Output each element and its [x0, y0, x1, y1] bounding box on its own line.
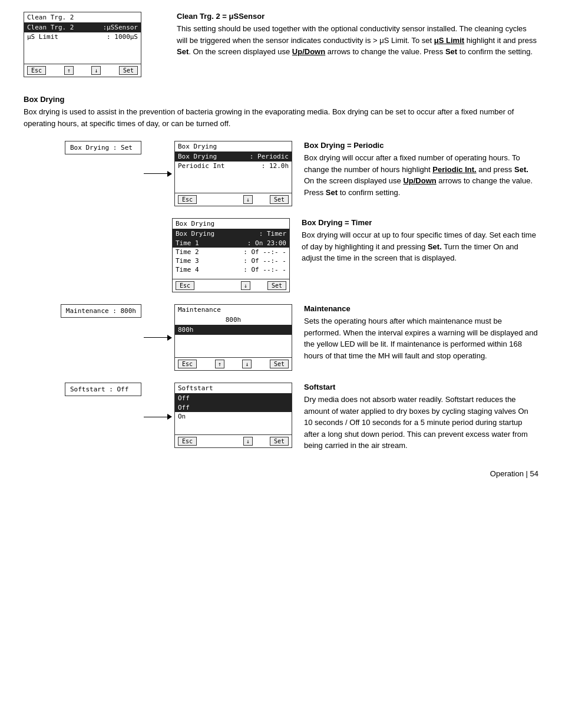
clean-trg2-header-label: Clean Trg. 2: [27, 24, 74, 31]
periodic-header-label: Box Drying: [178, 153, 217, 160]
maintenance-blank: [175, 335, 292, 353]
maintenance-arrow-line: [144, 337, 167, 338]
softstart-row2-label: On: [178, 413, 186, 420]
arrow-line: [144, 173, 167, 174]
timer-set-btn[interactable]: Set: [267, 281, 286, 290]
softstart-arrow-line: [144, 417, 167, 417]
maintenance-up-btn[interactable]: ↑: [215, 360, 224, 368]
timer-footer: Esc ↓ Set: [173, 279, 289, 292]
timer-header-label: Box Drying: [176, 230, 214, 238]
softstart-label: Softstart : Off: [65, 383, 141, 396]
timer-diagram-row: Box Drying Box Drying : Timer Time 1 : O…: [24, 218, 538, 292]
periodic-description: Box Drying = Periodic Box drying will oc…: [304, 141, 538, 198]
softstart-footer: Esc ↓ Set: [175, 434, 292, 447]
softstart-diagram-row: Softstart : Off Softstart Off Off On: [24, 383, 538, 452]
maintenance-heading: Maintenance: [304, 304, 538, 313]
periodic-left: Box Drying : Set: [24, 141, 141, 154]
softstart-row1: Off: [175, 403, 292, 412]
clean-trg2-row1-value: : 1000μS: [107, 33, 138, 41]
maintenance-set-btn[interactable]: Set: [270, 360, 289, 368]
maintenance-description: Maintenance Sets the operating hours aft…: [304, 304, 538, 361]
periodic-diagram-row: Box Drying : Set Box Drying Box Drying :…: [24, 141, 538, 206]
clean-trg2-row1: μS Limit : 1000μS: [24, 32, 141, 41]
arrow-head: [167, 171, 172, 177]
periodic-screen-title: Box Drying: [175, 141, 292, 151]
clean-trg2-heading: Clean Trg. 2 = μSSensor: [177, 12, 538, 21]
timer-row3: Time 3 : Of --:- -: [173, 256, 289, 265]
softstart-description: Softstart Dry media does not absorb wate…: [304, 383, 538, 452]
maintenance-left: Maintenance : 800h: [24, 304, 141, 318]
box-drying-intro-heading: Box Drying: [24, 95, 538, 104]
periodic-down-btn[interactable]: ↓: [243, 195, 253, 204]
softstart-arrow-head: [167, 414, 172, 420]
clean-trg2-text: This setting should be used together wit…: [177, 23, 538, 58]
periodic-screen: Box Drying Box Drying : Periodic Periodi…: [174, 141, 292, 206]
clean-trg2-row1-label: μS Limit: [27, 33, 58, 41]
softstart-value-header: Off: [178, 394, 190, 402]
clean-trg2-header-value: :μSSensor: [103, 24, 138, 31]
periodic-esc-btn[interactable]: Esc: [178, 195, 197, 204]
maintenance-screen-title: Maintenance: [175, 305, 292, 315]
periodic-text: Box drying will occur after a fixed numb…: [304, 152, 538, 198]
periodic-header-value: : Periodic: [250, 153, 289, 160]
clean-trg2-blank: [24, 41, 141, 59]
timer-row3-value: : Of --:- -: [243, 257, 286, 265]
softstart-set-btn[interactable]: Set: [270, 437, 289, 446]
clean-trg2-up-btn[interactable]: ↑: [64, 66, 74, 75]
clean-trg2-section: Clean Trg. 2 Clean Trg. 2 :μSSensor μS L…: [24, 12, 538, 77]
maintenance-screen: Maintenance 800h 800h Esc ↑ ↓ Set: [174, 304, 292, 371]
page-number: Operation | 54: [490, 469, 538, 478]
softstart-left: Softstart : Off: [24, 383, 141, 396]
page-footer: Operation | 54: [24, 469, 538, 478]
periodic-arrow: [144, 171, 172, 177]
clean-trg2-esc-btn[interactable]: Esc: [27, 66, 46, 75]
clean-trg2-footer: Esc ↑ ↓ Set: [24, 64, 141, 77]
periodic-screen-container: Box Drying Box Drying : Periodic Periodi…: [174, 141, 292, 206]
periodic-set-btn[interactable]: Set: [270, 195, 289, 204]
timer-text: Box drying will occur at up to four spec…: [302, 229, 538, 264]
timer-screen: Box Drying Box Drying : Timer Time 1 : O…: [172, 218, 290, 292]
periodic-row1-label: Periodic Int: [178, 162, 224, 170]
softstart-row2: On: [175, 412, 292, 421]
softstart-blank: [175, 421, 292, 430]
timer-down-btn[interactable]: ↓: [241, 281, 250, 290]
maintenance-label: Maintenance : 800h: [61, 304, 141, 318]
maintenance-screen-container: Maintenance 800h 800h Esc ↑ ↓ Set: [174, 304, 292, 371]
timer-esc-btn[interactable]: Esc: [176, 281, 194, 290]
softstart-heading: Softstart: [304, 383, 538, 391]
softstart-screen-title: Softstart: [175, 383, 292, 393]
timer-spacer: [211, 281, 223, 290]
box-drying-intro: Box Drying Box drying is used to assist …: [24, 95, 538, 129]
softstart-screen-container: Softstart Off Off On Esc ↓ Set: [174, 383, 292, 448]
maintenance-esc-btn[interactable]: Esc: [178, 360, 197, 368]
clean-trg2-screen: Clean Trg. 2 Clean Trg. 2 :μSSensor μS L…: [24, 12, 141, 77]
periodic-row1: Periodic Int : 12.0h: [175, 162, 292, 170]
timer-row1-label: Time 1: [176, 239, 199, 247]
maintenance-down-btn[interactable]: ↓: [242, 360, 252, 368]
softstart-arrow: [144, 414, 172, 420]
maintenance-text: Sets the operating hours after which mai…: [304, 315, 538, 361]
softstart-down-btn[interactable]: ↓: [243, 437, 253, 446]
timer-row1-value: : On 23:00: [247, 239, 286, 247]
timer-row1: Time 1 : On 23:00: [173, 239, 289, 248]
periodic-row1-value: : 12.0h: [262, 162, 289, 170]
softstart-row1-label: Off: [178, 404, 190, 411]
clean-trg2-inner: Clean Trg. 2 Clean Trg. 2 :μSSensor μS L…: [24, 12, 538, 77]
timer-row4-value: : Of --:- -: [243, 266, 286, 274]
periodic-spacer: [214, 195, 226, 204]
periodic-header-row: Box Drying : Periodic: [175, 151, 292, 162]
maintenance-arrow: [144, 335, 172, 341]
periodic-blank: [175, 170, 292, 188]
maintenance-header-row: 800h: [175, 325, 292, 335]
softstart-esc-btn[interactable]: Esc: [178, 437, 197, 446]
timer-header-row: Box Drying : Timer: [173, 229, 289, 239]
timer-screen-title: Box Drying: [173, 219, 289, 229]
clean-trg2-down-btn[interactable]: ↓: [91, 66, 101, 75]
maintenance-footer: Esc ↑ ↓ Set: [175, 357, 292, 370]
clean-trg2-set-btn[interactable]: Set: [119, 66, 138, 75]
timer-row2-label: Time 2: [176, 248, 199, 256]
timer-header-value: : Timer: [259, 230, 286, 238]
timer-row3-label: Time 3: [176, 257, 199, 265]
maintenance-diagram-row: Maintenance : 800h Maintenance 800h 800h…: [24, 304, 538, 371]
clean-trg2-title: Clean Trg. 2: [24, 12, 141, 22]
